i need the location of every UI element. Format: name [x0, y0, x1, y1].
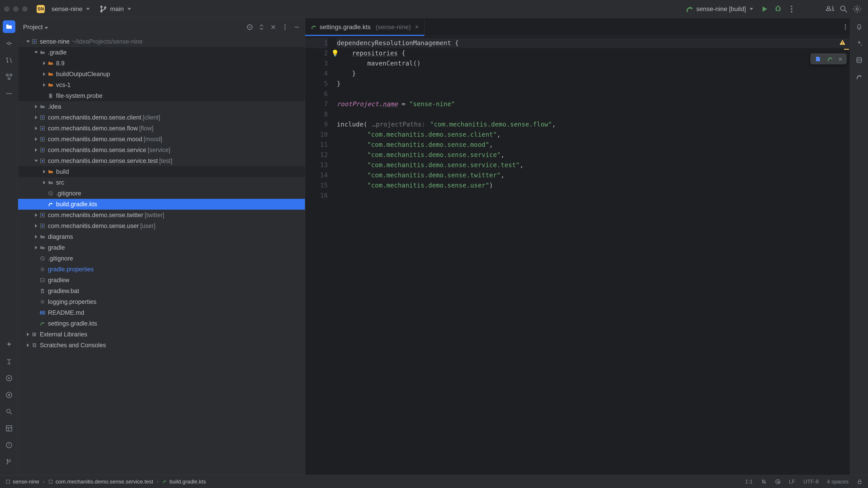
tree-row[interactable]: src: [18, 177, 305, 188]
tree-row[interactable]: com.mechanitis.demo.sense.twitter [twitt…: [18, 210, 305, 221]
build-tool-button[interactable]: [3, 422, 16, 435]
code-line[interactable]: "com.mechanitis.demo.sense.service",: [337, 150, 850, 160]
vcs-tool-button[interactable]: [3, 455, 16, 468]
tree-caret[interactable]: [41, 61, 48, 65]
tree-row[interactable]: gradlew: [18, 275, 305, 286]
scrollbar-warning-mark[interactable]: [844, 49, 849, 50]
power-save-indicator[interactable]: [761, 479, 767, 485]
breadcrumb-module[interactable]: com.mechanitis.demo.sense.service.test: [48, 479, 153, 485]
code-line[interactable]: }: [337, 78, 850, 89]
lightbulb-icon[interactable]: 💡: [331, 48, 339, 58]
tree-row[interactable]: .gitignore: [18, 188, 305, 199]
tree-caret[interactable]: [33, 246, 39, 250]
services-tool-button[interactable]: [3, 372, 16, 385]
file-encoding[interactable]: UTF-8: [803, 479, 819, 485]
tree-caret[interactable]: [25, 40, 31, 43]
tree-row[interactable]: gradle.properties: [18, 264, 305, 275]
select-opened-file-button[interactable]: [245, 23, 254, 32]
code-line[interactable]: "com.mechanitis.demo.sense.user"): [337, 180, 850, 191]
expand-all-button[interactable]: [257, 23, 266, 32]
tree-caret[interactable]: [33, 148, 39, 152]
collapse-all-button[interactable]: [269, 23, 278, 32]
code-with-me-button[interactable]: [826, 4, 835, 13]
database-tool-button[interactable]: [853, 54, 866, 66]
tree-row[interactable]: logging.properties: [18, 296, 305, 307]
tree-row[interactable]: .gitignore: [18, 253, 305, 264]
code-line[interactable]: rootProject.name = "sense-nine": [337, 99, 850, 109]
code-line[interactable]: [337, 109, 850, 119]
tree-caret[interactable]: [33, 51, 39, 54]
tree-caret[interactable]: [33, 127, 39, 130]
tree-row[interactable]: .gradle: [18, 47, 305, 58]
tree-caret[interactable]: [25, 344, 31, 347]
gradle-tool-button[interactable]: [853, 70, 866, 83]
inspection-warning-icon[interactable]: [839, 39, 846, 46]
run-config-selector[interactable]: sense-nine [build]: [683, 3, 755, 15]
indent-setting[interactable]: 4 spaces: [827, 479, 848, 485]
structure-tool-button[interactable]: [3, 70, 16, 83]
editor-code[interactable]: 💡 dependencyResolutionManagement { repos…: [335, 36, 850, 475]
code-line[interactable]: dependencyResolutionManagement {: [337, 38, 850, 48]
tree-row[interactable]: com.mechanitis.demo.sense.flow [flow]: [18, 123, 305, 134]
editor-more-button[interactable]: [841, 23, 850, 32]
terminal-tool-button[interactable]: [3, 389, 16, 401]
code-line[interactable]: repositories {: [337, 48, 850, 58]
code-line[interactable]: [337, 89, 850, 99]
settings-button[interactable]: [852, 4, 862, 13]
breadcrumb-root[interactable]: sense-nine: [5, 479, 39, 485]
tree-row[interactable]: External Libraries: [18, 329, 305, 340]
editor-tab-settings-gradle[interactable]: settings.gradle.kts (sense-nine) ✕: [305, 18, 425, 36]
minimize-window-dot[interactable]: [13, 6, 19, 12]
tree-row[interactable]: com.mechanitis.demo.sense.user [user]: [18, 221, 305, 231]
ai-tool-button[interactable]: [3, 338, 16, 351]
format-indicator[interactable]: [775, 479, 781, 485]
code-line[interactable]: mavenCentral(): [337, 58, 850, 68]
tree-row[interactable]: build.gradle.kts: [18, 199, 305, 210]
close-tab-button[interactable]: ✕: [415, 24, 419, 30]
code-line[interactable]: "com.mechanitis.demo.sense.service.test"…: [337, 160, 850, 170]
tree-row[interactable]: com.mechanitis.demo.sense.service [servi…: [18, 144, 305, 156]
project-tree[interactable]: sense-nine ~/IdeaProjects/sense-nine.gra…: [18, 36, 305, 475]
project-selector[interactable]: sense-nine: [49, 4, 92, 14]
tree-row[interactable]: gradlew.bat: [18, 286, 305, 296]
todo-tool-button[interactable]: [3, 355, 16, 368]
gradle-sync-icon[interactable]: [827, 56, 833, 62]
notifications-tool-button[interactable]: [853, 20, 866, 33]
problems-tool-button[interactable]: [3, 439, 16, 451]
tree-caret[interactable]: [33, 116, 39, 119]
zoom-window-dot[interactable]: [22, 6, 28, 12]
hide-panel-button[interactable]: [292, 23, 301, 32]
more-tools-button[interactable]: [3, 87, 16, 100]
panel-options-button[interactable]: [281, 23, 289, 32]
tree-row[interactable]: build: [18, 166, 305, 177]
tree-row[interactable]: diagrams: [18, 231, 305, 242]
tree-caret[interactable]: [41, 83, 48, 87]
project-view-selector[interactable]: Project: [23, 24, 48, 31]
tree-row[interactable]: sense-nine ~/IdeaProjects/sense-nine: [18, 36, 305, 47]
editor-body[interactable]: 12345678910111213141516 💡 dependencyReso…: [305, 36, 850, 475]
tree-row[interactable]: com.mechanitis.demo.sense.mood [mood]: [18, 134, 305, 144]
line-separator[interactable]: LF: [789, 479, 795, 485]
breadcrumb-file[interactable]: build.gradle.kts: [162, 479, 206, 485]
gradle-source-icon[interactable]: [815, 56, 822, 62]
caret-position[interactable]: 1:1: [745, 479, 753, 485]
pull-requests-tool-button[interactable]: [3, 54, 16, 66]
commit-tool-button[interactable]: [3, 37, 16, 50]
tree-caret[interactable]: [33, 235, 39, 238]
search-everywhere-button[interactable]: [839, 4, 848, 13]
tree-caret[interactable]: [25, 332, 31, 336]
more-actions-button[interactable]: [787, 4, 796, 13]
ai-assistant-tool-button[interactable]: [853, 37, 866, 50]
tree-caret[interactable]: [33, 105, 39, 108]
code-line[interactable]: include( …projectPaths: "com.mechanitis.…: [337, 119, 850, 129]
branch-selector[interactable]: main: [96, 3, 133, 15]
tree-caret[interactable]: [41, 170, 48, 173]
tree-row[interactable]: gradle: [18, 242, 305, 253]
tree-caret[interactable]: [33, 224, 39, 228]
code-line[interactable]: }: [337, 68, 850, 78]
tree-row[interactable]: vcs-1: [18, 79, 305, 90]
code-line[interactable]: "com.mechanitis.demo.sense.client",: [337, 129, 850, 140]
tree-caret[interactable]: [41, 181, 48, 184]
tree-row[interactable]: settings.gradle.kts: [18, 318, 305, 329]
readonly-toggle[interactable]: [857, 479, 863, 485]
